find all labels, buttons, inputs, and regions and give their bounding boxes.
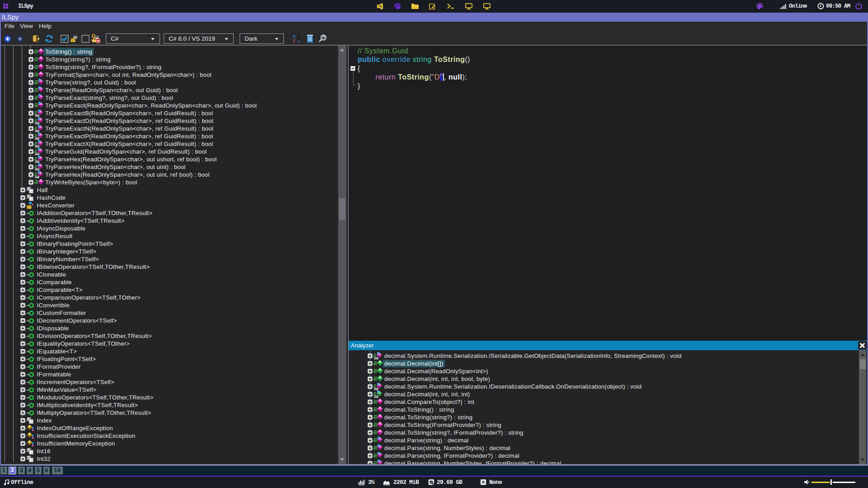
svg-text:A: A: [292, 34, 296, 39]
svg-text:Z: Z: [292, 39, 295, 43]
